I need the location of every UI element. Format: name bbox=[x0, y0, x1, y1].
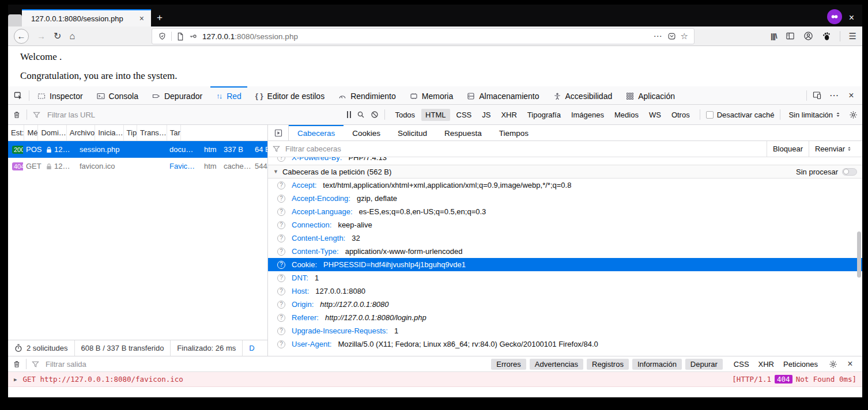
browser-tab[interactable]: 127.0.0.1:8080/session.php × bbox=[22, 9, 151, 26]
devtools-tab-application[interactable]: Aplicación bbox=[620, 86, 681, 104]
checkbox-icon[interactable] bbox=[706, 111, 714, 119]
column-header[interactable]: Est: bbox=[8, 125, 24, 141]
help-icon[interactable]: ? bbox=[277, 274, 285, 282]
help-icon[interactable]: ? bbox=[277, 340, 285, 348]
devtools-tab-performance[interactable]: Rendimiento bbox=[333, 86, 402, 104]
help-icon[interactable]: ? bbox=[277, 221, 285, 229]
clear-requests-icon[interactable] bbox=[13, 111, 21, 119]
devtools-tab-network[interactable]: ↑↓ Red bbox=[210, 86, 247, 104]
type-filter[interactable]: Todos bbox=[391, 109, 419, 121]
block-icon[interactable] bbox=[371, 111, 379, 119]
console-close-icon[interactable]: × bbox=[843, 356, 858, 371]
type-filter[interactable]: CSS bbox=[452, 109, 476, 121]
details-tab[interactable]: Respuesta bbox=[436, 125, 490, 141]
column-header[interactable]: Mé bbox=[24, 125, 38, 141]
request-row[interactable]: 404 GET 12… favicon.ico Favic… htm cache… bbox=[8, 158, 267, 174]
back-button[interactable]: ← bbox=[14, 29, 29, 44]
devtools-tab-debugger[interactable]: Depurador bbox=[146, 86, 208, 104]
headers-filter-input[interactable] bbox=[284, 144, 763, 154]
library-icon[interactable]: |||\ bbox=[771, 32, 777, 40]
pocket-icon[interactable] bbox=[667, 32, 676, 40]
home-button[interactable]: ⌂ bbox=[69, 31, 75, 41]
details-tab[interactable]: Cookies bbox=[344, 125, 389, 141]
menu-icon[interactable]: ☰ bbox=[849, 31, 856, 41]
account-icon[interactable] bbox=[803, 31, 813, 41]
responsive-design-icon[interactable] bbox=[809, 88, 824, 103]
element-picker-button[interactable] bbox=[8, 86, 29, 104]
tab-close-icon[interactable]: × bbox=[137, 14, 146, 23]
level-filter-button[interactable]: Advertencias bbox=[530, 359, 583, 370]
sidebar-icon[interactable] bbox=[786, 32, 795, 40]
column-header[interactable]: Archivo bbox=[67, 125, 95, 141]
level-filter-button[interactable]: Errores bbox=[491, 359, 526, 370]
header-row[interactable]: ? User-Agent: Mozilla/5.0 (X11; Fedora; … bbox=[268, 337, 862, 351]
column-header[interactable]: Tip bbox=[124, 125, 138, 141]
details-tab[interactable]: Solicitud bbox=[389, 125, 436, 141]
category-filter-button[interactable]: CSS bbox=[734, 360, 749, 369]
pause-icon[interactable] bbox=[347, 111, 351, 118]
category-filter-button[interactable]: Peticiones bbox=[783, 360, 818, 369]
header-row[interactable]: ? Accept-Language: es-ES,es;q=0.8,en-US;… bbox=[268, 205, 862, 218]
window-close-icon[interactable]: × bbox=[849, 13, 854, 23]
level-filter-button[interactable]: Registros bbox=[587, 359, 629, 370]
request-headers-section[interactable]: ▼ Cabeceras de la petición (562 B) Sin p… bbox=[268, 165, 862, 179]
devtools-tab-storage[interactable]: Almacenamiento bbox=[461, 86, 545, 104]
level-filter-button[interactable]: Información bbox=[632, 359, 682, 370]
column-header[interactable]: Tar bbox=[167, 125, 181, 141]
help-icon[interactable]: ? bbox=[277, 301, 285, 309]
help-icon[interactable]: ? bbox=[277, 181, 285, 189]
request-row[interactable]: 200 POS 12… session.php docu… htm 337 B … bbox=[8, 141, 267, 158]
expand-panel-icon[interactable] bbox=[268, 125, 289, 141]
devtools-tab-memory[interactable]: Memoria bbox=[404, 86, 459, 104]
devtools-tab-accessibility[interactable]: Accesibilidad bbox=[548, 86, 618, 104]
details-tab[interactable]: Cabeceras bbox=[289, 125, 344, 141]
type-filter[interactable]: Tipografía bbox=[523, 109, 565, 121]
header-row[interactable]: ? Host: 127.0.0.1:8080 bbox=[268, 284, 862, 298]
header-row[interactable]: ? Referer: http://127.0.0.1:8080/login.p… bbox=[268, 311, 862, 324]
column-header[interactable]: Inicia… bbox=[95, 125, 123, 141]
raw-toggle[interactable] bbox=[842, 168, 857, 176]
type-filter[interactable]: XHR bbox=[497, 109, 520, 121]
expand-triangle-icon[interactable]: ▶ bbox=[14, 377, 17, 382]
devtools-tab-inspector[interactable]: Inspector bbox=[32, 86, 89, 104]
type-filter[interactable]: Otros bbox=[667, 109, 694, 121]
details-tab[interactable]: Tiempos bbox=[490, 125, 537, 141]
panel-scrollbar[interactable] bbox=[857, 231, 861, 278]
help-icon[interactable]: ? bbox=[277, 208, 285, 216]
bookmark-star-icon[interactable]: ☆ bbox=[681, 31, 688, 41]
type-filter[interactable]: JS bbox=[478, 109, 495, 121]
category-filter-button[interactable]: XHR bbox=[758, 360, 774, 369]
help-icon[interactable]: ? bbox=[277, 261, 285, 269]
forward-button[interactable]: → bbox=[37, 31, 46, 41]
header-row[interactable]: ? Content-Type: application/x-www-form-u… bbox=[268, 245, 862, 258]
shield-icon[interactable] bbox=[158, 32, 167, 41]
clear-console-icon[interactable] bbox=[13, 360, 21, 369]
type-filter[interactable]: WS bbox=[645, 109, 665, 121]
devtools-close-icon[interactable]: × bbox=[844, 88, 859, 103]
help-icon[interactable]: ? bbox=[277, 234, 285, 242]
column-header[interactable]: Trans… bbox=[137, 125, 167, 141]
throttling-select[interactable]: Sin limitación bbox=[786, 111, 843, 119]
header-row[interactable]: ? Origin: http://127.0.0.1:8080 bbox=[268, 298, 862, 311]
page-actions-icon[interactable]: ⋯ bbox=[654, 31, 663, 41]
header-row[interactable]: ? Upgrade-Insecure-Requests: 1 bbox=[268, 324, 862, 337]
help-icon[interactable]: ? bbox=[277, 248, 285, 256]
header-row[interactable]: ? Accept-Encoding: gzip, deflate bbox=[268, 192, 862, 205]
new-tab-button[interactable]: + bbox=[151, 9, 168, 26]
level-filter-button[interactable]: Depurar bbox=[685, 359, 723, 370]
console-filter-input[interactable] bbox=[44, 359, 486, 369]
network-settings-gear-icon[interactable] bbox=[849, 111, 858, 119]
type-filter[interactable]: Medios bbox=[610, 109, 643, 121]
help-icon[interactable]: ? bbox=[277, 287, 285, 295]
type-filter[interactable]: HTML bbox=[421, 109, 450, 121]
resend-button[interactable]: Reenviar bbox=[809, 141, 858, 157]
page-icon[interactable] bbox=[176, 32, 184, 41]
column-header[interactable]: Domi… bbox=[38, 125, 66, 141]
header-row[interactable]: ? Cookie: PHPSESSID=hdf4ihjvushlp4j1bguh… bbox=[268, 258, 862, 271]
type-filter[interactable]: Imágenes bbox=[567, 109, 608, 121]
header-row[interactable]: ? Accept: text/html,application/xhtml+xm… bbox=[268, 179, 862, 192]
disable-cache-checkbox[interactable]: Desactivar caché bbox=[706, 111, 775, 119]
header-row[interactable]: ? DNT: 1 bbox=[268, 271, 862, 284]
console-settings-gear-icon[interactable] bbox=[829, 360, 837, 369]
url-bar[interactable]: 127.0.0.1:8080/session.php ⋯ ☆ bbox=[152, 28, 695, 44]
